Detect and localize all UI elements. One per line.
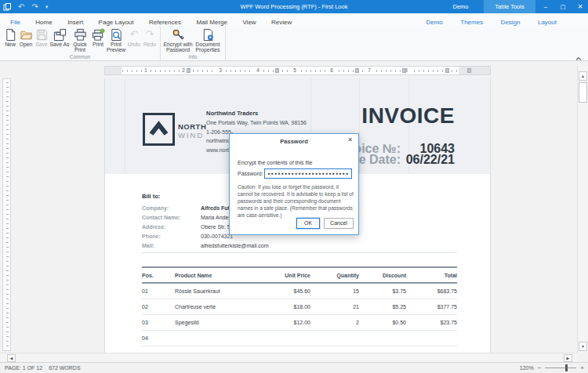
print-button[interactable]: Print xyxy=(90,27,106,47)
col-header-total: Total xyxy=(406,273,457,278)
col-header-quantity: Quantity xyxy=(310,273,359,278)
zoom-slider[interactable] xyxy=(545,368,576,368)
table-row: 02 Chartreuse verte $18.00 21 $5.25 $377… xyxy=(142,299,457,315)
open-button[interactable]: Open xyxy=(18,27,34,47)
redo-button[interactable]: ↷ Redo xyxy=(142,27,158,47)
company-address: One Portals Way, Twin Points WA, 98156 xyxy=(206,120,307,125)
ruler-number: 6 xyxy=(328,67,336,74)
northwind-logo-icon xyxy=(143,113,175,146)
vertical-scrollbar[interactable]: ▲ ▼ xyxy=(577,66,588,353)
titlebar-table-tools[interactable]: Table Tools xyxy=(484,0,535,13)
minimize-button[interactable]: – xyxy=(538,0,554,13)
cancel-button[interactable]: Cancel xyxy=(324,218,354,229)
bill-phone-label: Phone: xyxy=(142,234,198,239)
ribbon-tab-row: File Home Insert Page Layout References … xyxy=(0,13,588,26)
ruler-column-marker[interactable] xyxy=(445,68,449,73)
close-button[interactable]: ✕ xyxy=(572,0,588,13)
document-properties-button[interactable]: Document Properties xyxy=(193,27,223,53)
scroll-up-icon[interactable]: ▲ xyxy=(579,71,587,81)
ruler-number: 7 xyxy=(365,67,373,74)
dialog-message: Encrypt the contents of this file xyxy=(238,160,312,165)
titlebar-demo-label[interactable]: Demo xyxy=(439,0,482,13)
password-dialog: Password ✕ Encrypt the contents of this … xyxy=(229,133,359,235)
scroll-down-icon[interactable]: ▼ xyxy=(579,342,587,351)
group-label-common: Common xyxy=(0,54,160,60)
bill-company-label: Company: xyxy=(142,205,198,211)
zoom-slider-handle[interactable] xyxy=(565,364,568,371)
ribbon: New Open Save Save As Quick Print Print … xyxy=(0,26,588,61)
status-bar: PAGE: 1 OF 12 672 WORDS 120% − + xyxy=(0,362,588,373)
col-header-discount: Discount xyxy=(359,273,406,278)
bill-mail-label: Mail: xyxy=(142,243,198,248)
contextual-tabs: Demo Themes Design Layout xyxy=(413,13,558,26)
printer-icon xyxy=(74,28,87,42)
key-icon xyxy=(172,28,185,42)
dialog-caution-text: Caution: If you lose or forget the passw… xyxy=(238,183,355,219)
col-header-product: Product Name xyxy=(175,273,261,278)
ribbon-group-common: New Open Save Save As Quick Print Print … xyxy=(0,26,161,60)
zoom-control: 120% − + xyxy=(520,363,584,373)
ruler-number: 1 xyxy=(142,67,150,74)
encrypt-with-password-button[interactable]: Encrypt with Password xyxy=(163,27,193,53)
col-header-pos: Pos. xyxy=(142,273,175,278)
bill-contact-label: Contact Name: xyxy=(142,215,198,220)
ruler-right-margin[interactable] xyxy=(459,67,490,74)
status-left: PAGE: 1 OF 12 672 WORDS xyxy=(5,363,81,373)
print-preview-button[interactable]: Print Preview xyxy=(106,27,126,53)
ruler-column-marker[interactable] xyxy=(467,68,471,73)
logo-text-north: NORTH xyxy=(178,122,206,131)
undo-button[interactable]: ↶ Undo xyxy=(126,27,142,47)
group-label-info: Info xyxy=(161,54,225,60)
col-header-unit-price: Unit Price xyxy=(261,273,310,278)
save-floppy-icon xyxy=(35,28,49,42)
ruler-number: 5 xyxy=(291,67,299,74)
zoom-level: 120% xyxy=(520,365,534,371)
scroll-left-icon[interactable]: ◀ xyxy=(7,354,16,362)
ruler-column-marker[interactable] xyxy=(355,68,359,73)
horizontal-ruler[interactable]: 1 2 3 4 5 6 7 8 xyxy=(104,66,491,75)
quick-print-button[interactable]: Quick Print xyxy=(70,27,90,53)
horizontal-scrollbar[interactable]: ◀ ▶ xyxy=(0,353,577,362)
ribbon-group-info: Encrypt with Password Document Propertie… xyxy=(161,26,226,60)
save-as-button[interactable]: Save As xyxy=(49,27,70,47)
zoom-in-icon[interactable]: + xyxy=(580,363,584,373)
new-button[interactable]: New xyxy=(2,27,18,47)
ruler-number: 3 xyxy=(216,67,224,74)
ruler-number: 4 xyxy=(254,67,262,74)
vertical-scroll-thumb[interactable] xyxy=(579,82,587,103)
collapse-ribbon-icon[interactable] xyxy=(575,51,583,57)
undo-arrow-icon: ↶ xyxy=(130,28,139,42)
dialog-title[interactable]: Password xyxy=(230,134,358,148)
ruler-column-marker[interactable] xyxy=(187,68,191,73)
zoom-out-icon[interactable]: − xyxy=(538,363,542,373)
password-label: Password: xyxy=(238,171,263,176)
bill-address-label: Address: xyxy=(142,224,198,230)
table-row: 03 Spegesild $12.00 2 $0.50 $23.75 xyxy=(142,315,457,331)
bill-mail-value: alfredsfutterkiste@mail.com xyxy=(201,243,268,248)
vertical-ruler[interactable] xyxy=(2,78,11,351)
new-document-icon xyxy=(4,28,17,42)
dialog-close-icon[interactable]: ✕ xyxy=(347,136,353,143)
page-info: PAGE: 1 OF 12 xyxy=(5,363,42,373)
ok-button[interactable]: OK xyxy=(296,218,320,229)
ruler-column-marker[interactable] xyxy=(275,68,279,73)
ruler-column-marker[interactable] xyxy=(402,68,406,73)
company-name: Northwind Traders xyxy=(206,110,307,117)
maximize-button[interactable]: ▢ xyxy=(555,0,571,13)
password-input[interactable] xyxy=(264,168,352,179)
table-row: 05 xyxy=(142,346,457,353)
ruler-left-margin[interactable] xyxy=(105,67,122,74)
table-gridline xyxy=(125,78,125,174)
scroll-right-icon[interactable]: ▶ xyxy=(564,354,572,362)
invoice-table[interactable]: Pos. Product Name Unit Price Quantity Di… xyxy=(142,266,457,353)
table-row: 01 Rössle Sauerkraut $45.60 15 $3.75 $68… xyxy=(142,284,457,299)
invoice-date-value: 06/22/21 xyxy=(403,153,455,167)
redo-arrow-icon: ↷ xyxy=(146,28,154,42)
printer-options-icon xyxy=(92,28,105,42)
save-button[interactable]: Save xyxy=(34,27,49,47)
table-row: 04 xyxy=(142,331,457,346)
open-folder-icon xyxy=(20,28,33,42)
print-preview-icon xyxy=(110,28,123,42)
bill-to-heading: Bill to: xyxy=(142,193,160,200)
document-gear-icon xyxy=(201,28,215,42)
